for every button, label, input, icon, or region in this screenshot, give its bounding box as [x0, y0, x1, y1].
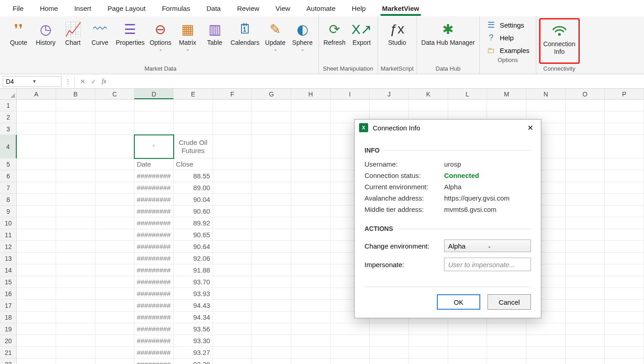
cell[interactable]: 89.92 — [174, 217, 213, 229]
row-header[interactable]: 19 — [0, 323, 17, 335]
cell[interactable] — [252, 264, 291, 276]
cell[interactable] — [566, 347, 605, 359]
cell[interactable] — [95, 359, 135, 364]
cell[interactable] — [291, 359, 331, 364]
update-button[interactable]: ✎Update⌄ — [262, 18, 289, 64]
cell[interactable] — [291, 288, 331, 300]
cell[interactable] — [252, 276, 291, 288]
column-header[interactable]: A — [17, 89, 56, 99]
cell[interactable] — [566, 217, 605, 229]
row-header[interactable]: 13 — [0, 253, 17, 264]
cell[interactable] — [605, 311, 644, 323]
tab-view[interactable]: View — [267, 2, 298, 15]
cell[interactable] — [95, 300, 135, 311]
cell[interactable] — [213, 123, 252, 135]
column-header[interactable]: B — [56, 89, 95, 99]
history-button[interactable]: ◷History — [33, 18, 59, 64]
row-header[interactable]: 3 — [0, 123, 17, 135]
cell[interactable] — [566, 241, 605, 253]
select-all-corner[interactable] — [0, 89, 17, 99]
cell[interactable] — [331, 347, 370, 359]
row-header[interactable]: 14 — [0, 264, 17, 276]
cell[interactable]: ######### — [134, 347, 174, 359]
cell[interactable] — [605, 111, 644, 123]
cell[interactable] — [17, 170, 56, 182]
cell[interactable] — [252, 182, 291, 194]
settings-button[interactable]: ☰Settings — [486, 20, 530, 30]
cell[interactable] — [252, 359, 291, 364]
cell[interactable] — [56, 300, 95, 311]
cell[interactable] — [213, 335, 252, 347]
row-header[interactable]: 18 — [0, 311, 17, 323]
cell[interactable] — [369, 100, 409, 111]
cell[interactable] — [605, 276, 644, 288]
cell[interactable] — [252, 253, 291, 264]
cell[interactable]: 93.29 — [174, 359, 213, 364]
cell[interactable] — [95, 206, 135, 217]
cell[interactable] — [605, 347, 644, 359]
cell[interactable] — [605, 182, 644, 194]
cell[interactable]: * — [134, 135, 174, 158]
cell[interactable] — [56, 335, 95, 347]
cell[interactable] — [213, 170, 252, 182]
cell[interactable] — [174, 111, 213, 123]
cell[interactable] — [566, 323, 605, 335]
tab-insert[interactable]: Insert — [66, 2, 99, 15]
tab-formulas[interactable]: Formulas — [154, 2, 199, 15]
chevron-down-icon[interactable]: ▼ — [32, 79, 58, 84]
cell[interactable] — [17, 217, 56, 229]
cell[interactable]: 93.27 — [174, 347, 213, 359]
cell[interactable] — [213, 323, 252, 335]
cell[interactable]: Close — [174, 158, 213, 170]
row-header[interactable]: 10 — [0, 217, 17, 229]
cell[interactable] — [174, 123, 213, 135]
formula-input[interactable] — [109, 76, 644, 87]
cell[interactable] — [487, 335, 526, 347]
cell[interactable] — [56, 241, 95, 253]
sphere-button[interactable]: ◐Sphere⌄ — [289, 18, 316, 64]
cell[interactable] — [566, 111, 605, 123]
cell[interactable]: 93.93 — [174, 288, 213, 300]
column-header[interactable]: M — [487, 89, 526, 99]
cell[interactable] — [526, 359, 566, 364]
column-header[interactable]: P — [605, 89, 644, 99]
row-header[interactable]: 16 — [0, 288, 17, 300]
cell[interactable] — [56, 194, 95, 206]
cell[interactable] — [526, 335, 566, 347]
cell[interactable] — [291, 276, 331, 288]
cell[interactable] — [17, 276, 56, 288]
tab-home[interactable]: Home — [32, 2, 66, 15]
cell[interactable] — [291, 311, 331, 323]
cell[interactable] — [213, 359, 252, 364]
cell[interactable]: ######### — [134, 323, 174, 335]
row-header[interactable]: 2 — [0, 111, 17, 123]
cell[interactable] — [291, 135, 331, 158]
row-header[interactable]: 22 — [0, 359, 17, 364]
cell[interactable]: ######### — [134, 217, 174, 229]
column-header[interactable]: E — [174, 89, 213, 99]
cell[interactable] — [605, 288, 644, 300]
cell[interactable] — [566, 288, 605, 300]
cell[interactable]: 93.30 — [174, 335, 213, 347]
cell[interactable] — [95, 182, 135, 194]
cell[interactable]: ######### — [134, 241, 174, 253]
cell[interactable] — [252, 158, 291, 170]
column-header[interactable]: D — [134, 89, 174, 99]
cell[interactable] — [56, 359, 95, 364]
cell[interactable] — [252, 241, 291, 253]
cell[interactable] — [56, 100, 95, 111]
row-header[interactable]: 9 — [0, 206, 17, 217]
cell[interactable] — [566, 359, 605, 364]
cell[interactable] — [605, 229, 644, 241]
cell[interactable] — [134, 111, 174, 123]
cell[interactable] — [605, 264, 644, 276]
column-header[interactable]: O — [566, 89, 605, 99]
cell[interactable]: Date — [134, 158, 174, 170]
fx-icon[interactable]: fx — [102, 78, 106, 85]
row-header[interactable]: 20 — [0, 335, 17, 347]
cell[interactable] — [605, 217, 644, 229]
cell[interactable] — [409, 335, 448, 347]
connection-info-button[interactable]: ConnectionInfo — [539, 18, 580, 64]
cell[interactable]: 88.55 — [174, 170, 213, 182]
cell[interactable] — [252, 100, 291, 111]
